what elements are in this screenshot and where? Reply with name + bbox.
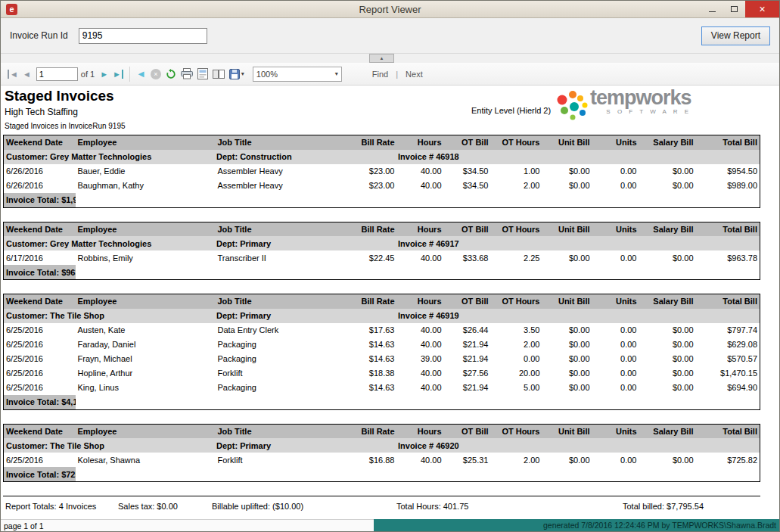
- column-header: Employee: [76, 222, 216, 236]
- invoice-total-label: Invoice Total: $1,943.50: [6, 195, 76, 204]
- find-separator: |: [396, 70, 398, 79]
- zoom-select[interactable]: 100% ▾: [253, 67, 342, 82]
- export-button[interactable]: ▾: [227, 67, 247, 81]
- column-header: Bill Rate: [348, 424, 397, 438]
- first-page-button[interactable]: ◄: [5, 68, 20, 80]
- column-header: Unit Bill: [542, 222, 592, 236]
- table-cell: 0.00: [592, 179, 639, 193]
- customer-label: Customer: The Tile Shop: [6, 441, 216, 450]
- table-cell: 1.00: [491, 164, 542, 179]
- report-total-billed: Total billed: $7,795.54: [623, 502, 704, 511]
- column-header: Job Title: [216, 424, 348, 438]
- back-button[interactable]: ◄: [134, 67, 148, 81]
- transaction-row: 6/26/2016Baughman, KathyAssembler Heavy$…: [4, 179, 760, 193]
- title-bar[interactable]: e Report Viewer ×: [1, 1, 779, 18]
- report-totals-row: Report Totals: 4 Invoices Sales tax: $0.…: [3, 496, 760, 511]
- column-header: OT Bill: [444, 135, 491, 150]
- view-report-button[interactable]: View Report: [701, 26, 770, 45]
- collapse-caret-icon: ▲: [380, 56, 384, 61]
- table-cell: 0.00: [592, 352, 639, 366]
- column-header: OT Hours: [491, 424, 542, 438]
- table-cell: 6/25/2016: [4, 366, 76, 381]
- invoice-table: Weekend DateEmployeeJob TitleBill RateHo…: [3, 294, 760, 410]
- print-layout-button[interactable]: [195, 67, 210, 81]
- minimize-button[interactable]: [701, 1, 723, 17]
- parameter-splitter: ▲: [1, 54, 779, 63]
- column-header: Units: [592, 294, 639, 309]
- column-header: OT Hours: [491, 222, 542, 236]
- table-cell: 40.00: [397, 250, 444, 265]
- table-cell: $26.44: [444, 323, 491, 338]
- status-generated-text: generated 7/8/2016 12:24:46 PM by TEMPWO…: [374, 519, 779, 531]
- column-header: Hours: [397, 222, 444, 236]
- transaction-row: 6/25/2016Austen, KateData Entry Clerk$17…: [4, 323, 760, 338]
- table-cell: $0.00: [639, 250, 696, 265]
- last-page-button[interactable]: ►: [110, 68, 126, 80]
- last-page-icon: ►: [113, 70, 123, 79]
- window-title: Report Viewer: [1, 4, 779, 15]
- table-cell: 0.00: [592, 453, 639, 467]
- column-header: Weekend Date: [4, 424, 76, 438]
- table-cell: Baughman, Kathy: [76, 179, 216, 193]
- invoice-band: Customer: Grey Matter TechnologiesDept: …: [4, 236, 760, 250]
- report-total-hours: Total Hours: 401.75: [396, 502, 623, 511]
- close-icon: ×: [759, 3, 765, 15]
- invoice-number-label: Invoice # 46919: [398, 311, 459, 320]
- column-header: Unit Bill: [542, 135, 592, 150]
- table-cell: 6/25/2016: [4, 381, 76, 395]
- column-header: Bill Rate: [348, 135, 397, 150]
- stop-button[interactable]: ×: [148, 67, 163, 81]
- table-cell: Packaging: [216, 352, 348, 366]
- report-totals-label: Report Totals: 4 Invoices: [5, 502, 118, 511]
- table-cell: $0.00: [639, 164, 696, 179]
- column-header: Hours: [397, 135, 444, 150]
- table-cell: $725.82: [696, 453, 760, 467]
- table-cell: $0.00: [639, 453, 696, 467]
- previous-page-button[interactable]: ◄: [20, 68, 33, 80]
- find-button[interactable]: Find: [372, 70, 388, 79]
- column-header: Employee: [76, 294, 216, 309]
- next-page-button[interactable]: ►: [98, 68, 110, 80]
- refresh-button[interactable]: [163, 67, 179, 81]
- print-button[interactable]: [179, 67, 195, 81]
- column-header: Unit Bill: [542, 424, 592, 438]
- printer-icon: [181, 68, 193, 79]
- maximize-button[interactable]: [723, 1, 745, 17]
- collapse-parameters-button[interactable]: ▲: [369, 54, 394, 63]
- report-viewer-window: e Report Viewer × Invoice Run Id View Re…: [0, 0, 780, 532]
- invoice-run-id-input[interactable]: [79, 28, 207, 44]
- table-cell: $0.00: [542, 323, 592, 338]
- column-header: Units: [592, 135, 639, 150]
- table-cell: $0.00: [639, 352, 696, 366]
- transaction-row: 6/26/2016Bauer, EddieAssembler Heavy$23.…: [4, 164, 760, 179]
- table-cell: 39.00: [397, 352, 444, 366]
- table-cell: Frayn, Michael: [76, 352, 216, 366]
- close-button[interactable]: ×: [745, 1, 779, 17]
- page-number-input[interactable]: [36, 67, 78, 81]
- table-cell: $14.63: [348, 338, 397, 352]
- page-setup-button[interactable]: [210, 67, 227, 81]
- invoice-total-band: Invoice Total: $4,163.87Sales tax: $0.00…: [4, 395, 76, 409]
- first-page-icon: ◄: [8, 70, 18, 79]
- table-cell: 0.00: [592, 164, 639, 179]
- table-cell: $989.00: [696, 179, 760, 193]
- dept-label: Dept: Primary: [216, 441, 398, 450]
- table-cell: 0.00: [592, 250, 639, 265]
- invoice-number-label: Invoice # 46918: [398, 152, 459, 161]
- invoice-table: Weekend DateEmployeeJob TitleBill RateHo…: [3, 222, 760, 281]
- table-cell: $570.57: [696, 352, 760, 366]
- column-header: Salary Bill: [639, 135, 696, 150]
- export-save-icon: [229, 69, 240, 79]
- table-cell: $33.68: [444, 250, 491, 265]
- find-next-button[interactable]: Next: [406, 70, 423, 79]
- table-cell: Data Entry Clerk: [216, 323, 348, 338]
- table-cell: $18.38: [348, 366, 397, 381]
- table-cell: Packaging: [216, 338, 348, 352]
- table-cell: 2.00: [491, 179, 542, 193]
- table-cell: 6/26/2016: [4, 164, 76, 179]
- dept-label: Dept: Primary: [216, 239, 398, 248]
- transaction-row: 6/25/2016Frayn, MichaelPackaging$14.6339…: [4, 352, 760, 366]
- table-cell: $629.08: [696, 338, 760, 352]
- table-cell: Assembler Heavy: [216, 179, 348, 193]
- column-header: Units: [592, 424, 639, 438]
